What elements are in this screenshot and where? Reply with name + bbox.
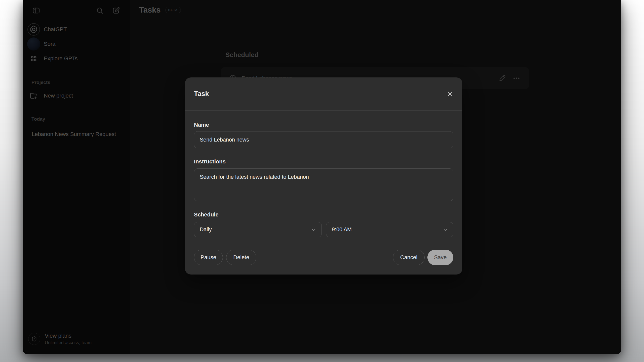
delete-button[interactable]: Delete <box>226 250 256 265</box>
time-value: 9:00 AM <box>332 227 352 233</box>
task-modal: Task Name Instructions Search for the la… <box>185 77 462 275</box>
modal-title: Task <box>194 90 209 98</box>
name-input[interactable] <box>194 131 453 148</box>
chevron-down-icon <box>442 227 448 233</box>
modal-header: Task <box>185 77 462 111</box>
save-button[interactable]: Save <box>427 250 453 265</box>
frequency-select[interactable]: Daily <box>194 222 322 237</box>
frequency-value: Daily <box>200 227 212 233</box>
cancel-button[interactable]: Cancel <box>393 250 425 265</box>
chevron-down-icon <box>311 227 316 233</box>
schedule-label: Schedule <box>194 211 219 218</box>
name-label: Name <box>194 122 209 128</box>
close-button[interactable] <box>444 88 455 100</box>
close-icon <box>447 91 453 97</box>
app-window: ChatGPT Sora Explore GPTs Projects New p <box>23 0 621 354</box>
pause-button[interactable]: Pause <box>194 250 223 265</box>
instructions-label: Instructions <box>194 158 226 165</box>
instructions-textarea[interactable]: Search for the latest news related to Le… <box>194 168 453 201</box>
time-select[interactable]: 9:00 AM <box>326 222 453 237</box>
